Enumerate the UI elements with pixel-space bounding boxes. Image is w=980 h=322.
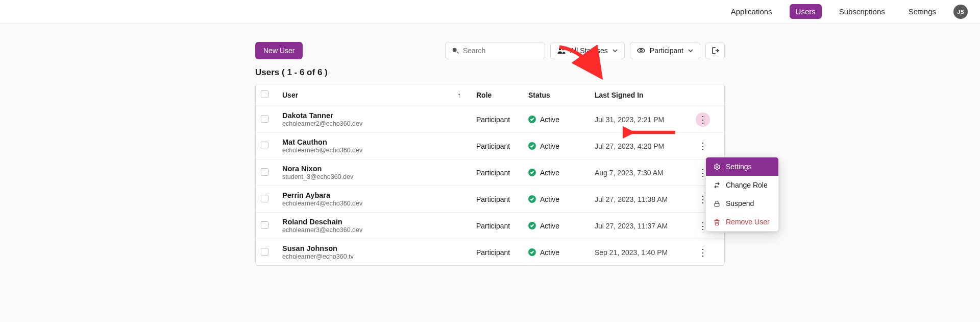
status-filter-button[interactable]: All Statuses [550, 42, 625, 59]
sort-asc-icon: ↑ [457, 91, 461, 99]
last-signed-in-cell: Aug 7, 2023, 7:30 AM [590, 159, 691, 186]
user-cell[interactable]: Roland Deschainecholearner3@echo360.dev [282, 218, 466, 234]
row-actions-button[interactable]: ⋮ [696, 139, 710, 153]
content-container: New User All Statuses Participant Us [255, 42, 725, 266]
menu-item-settings[interactable]: Settings [706, 157, 778, 176]
search-input[interactable] [445, 42, 545, 59]
menu-item-change-role[interactable]: Change Role [706, 176, 778, 194]
user-email: echolearner@echo360.tv [282, 253, 466, 260]
status-active-icon [528, 248, 536, 256]
header-actions [691, 84, 724, 106]
eye-icon [636, 46, 646, 55]
top-nav: Applications Users Subscriptions Setting… [0, 0, 980, 24]
row-checkbox-cell[interactable] [256, 213, 277, 239]
svg-point-3 [716, 166, 718, 168]
export-icon [710, 46, 720, 55]
checkbox-icon [261, 142, 268, 149]
user-cell[interactable]: Nora Nixonstudent_3@echo360.dev [282, 165, 466, 180]
status-text: Active [540, 222, 559, 230]
table-row: Mat Cauthonecholearner5@echo360.devParti… [256, 133, 724, 159]
row-checkbox-cell[interactable] [256, 186, 277, 213]
kebab-icon: ⋮ [698, 115, 707, 124]
status-filter-label: All Statuses [570, 47, 608, 55]
last-signed-in-cell: Jul 27, 2023, 4:20 PM [590, 133, 691, 159]
status-active-icon [528, 169, 536, 176]
user-cell[interactable]: Susan Johnsonecholearner@echo360.tv [282, 244, 466, 260]
status-active-icon [528, 142, 536, 150]
row-checkbox-cell[interactable] [256, 106, 277, 133]
user-name: Dakota Tanner [282, 111, 466, 120]
trash-icon [713, 218, 721, 226]
row-actions-button[interactable]: ⋮ [696, 245, 710, 260]
row-checkbox-cell[interactable] [256, 159, 277, 186]
role-cell: Participant [471, 239, 523, 265]
chevron-down-icon [612, 48, 618, 54]
swap-icon [713, 181, 721, 189]
user-cell[interactable]: Perrin Aybaraecholearner4@echo360.dev [282, 191, 466, 207]
last-signed-in-cell: Jul 31, 2023, 2:21 PM [590, 106, 691, 133]
checkbox-icon [261, 195, 268, 202]
checkbox-icon [261, 168, 268, 176]
header-last-signed-in[interactable]: Last Signed In [590, 84, 691, 106]
status-text: Active [540, 116, 559, 124]
role-filter-label: Participant [650, 47, 683, 55]
user-name: Roland Deschain [282, 218, 466, 226]
user-cell[interactable]: Mat Cauthonecholearner5@echo360.dev [282, 138, 466, 154]
user-name: Mat Cauthon [282, 138, 466, 146]
nav-users[interactable]: Users [790, 4, 822, 19]
table-header-row: User ↑ Role Status Last Signed In [256, 84, 724, 106]
table-row: Nora Nixonstudent_3@echo360.devParticipa… [256, 159, 724, 186]
checkbox-icon [261, 248, 268, 256]
search-icon [451, 47, 459, 55]
role-cell: Participant [471, 186, 523, 213]
user-email: echolearner2@echo360.dev [282, 120, 466, 127]
user-name: Susan Johnson [282, 244, 466, 252]
user-email: student_3@echo360.dev [282, 173, 466, 180]
menu-item-remove-user[interactable]: Remove User [706, 213, 778, 231]
row-checkbox-cell[interactable] [256, 133, 277, 159]
status-text: Active [540, 195, 559, 203]
last-signed-in-cell: Jul 27, 2023, 11:38 AM [590, 186, 691, 213]
row-checkbox-cell[interactable] [256, 239, 277, 265]
results-count: Users ( 1 - 6 of 6 ) [255, 67, 725, 78]
status-cell: Active [528, 169, 584, 177]
row-actions-button[interactable]: ⋮ [696, 112, 710, 127]
status-active-icon [528, 116, 536, 123]
row-context-menu: Settings Change Role Suspend Remove User [705, 157, 779, 232]
user-email: echolearner3@echo360.dev [282, 226, 466, 234]
svg-point-0 [559, 48, 561, 51]
header-role[interactable]: Role [471, 84, 523, 106]
menu-item-suspend[interactable]: Suspend [706, 194, 778, 213]
nav-subscriptions[interactable]: Subscriptions [833, 4, 891, 19]
user-cell[interactable]: Dakota Tannerecholearner2@echo360.dev [282, 111, 466, 127]
toolbar: New User All Statuses Participant [255, 42, 725, 59]
status-cell: Active [528, 248, 584, 257]
status-cell: Active [528, 116, 584, 124]
page: New User All Statuses Participant Us [0, 24, 980, 322]
status-active-icon [528, 195, 536, 203]
role-cell: Participant [471, 106, 523, 133]
status-text: Active [540, 142, 559, 150]
role-cell: Participant [471, 159, 523, 186]
status-active-icon [528, 222, 536, 229]
export-button[interactable] [705, 42, 725, 59]
user-name: Nora Nixon [282, 165, 466, 173]
status-cell: Active [528, 222, 584, 230]
new-user-button[interactable]: New User [255, 42, 303, 59]
people-icon [557, 46, 566, 55]
header-status[interactable]: Status [523, 84, 590, 106]
last-signed-in-cell: Jul 27, 2023, 11:37 AM [590, 213, 691, 239]
user-email: echolearner4@echo360.dev [282, 200, 466, 207]
kebab-icon: ⋮ [698, 248, 707, 257]
table-row: Perrin Aybaraecholearner4@echo360.devPar… [256, 186, 724, 213]
table-row: Dakota Tannerecholearner2@echo360.devPar… [256, 106, 724, 133]
header-user[interactable]: User ↑ [277, 84, 471, 106]
status-text: Active [540, 248, 559, 257]
header-select-all[interactable] [256, 84, 277, 106]
nav-applications[interactable]: Applications [725, 4, 778, 19]
nav-settings[interactable]: Settings [902, 4, 942, 19]
avatar[interactable]: JS [953, 5, 968, 19]
status-text: Active [540, 169, 559, 177]
role-filter-button[interactable]: Participant [630, 42, 700, 59]
checkbox-icon [261, 115, 268, 123]
